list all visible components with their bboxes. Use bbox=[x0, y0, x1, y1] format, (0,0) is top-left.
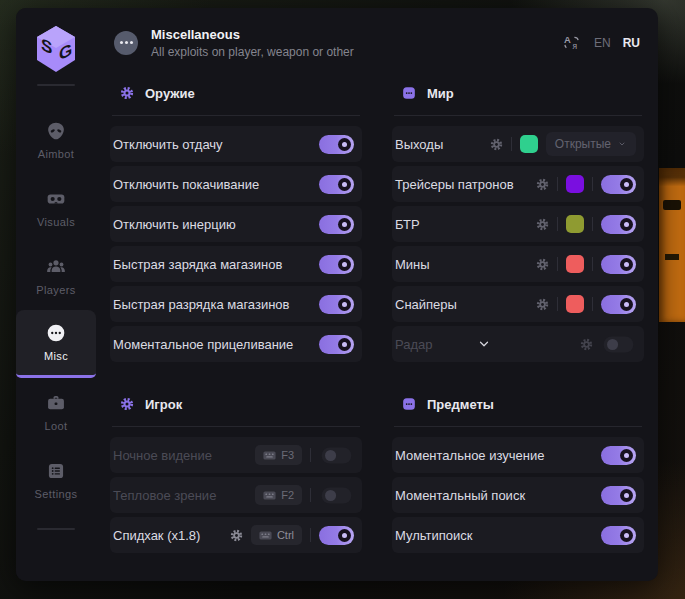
section-items: Предметы Моментальное изучение Моменталь… bbox=[392, 390, 644, 557]
setting-row: Мины bbox=[392, 246, 644, 282]
section-world: Мир Выходы Открытые bbox=[392, 79, 644, 366]
row-label: Снайперы bbox=[395, 297, 457, 312]
chevron-down-icon[interactable] bbox=[476, 338, 492, 350]
app-logo: S G bbox=[33, 8, 79, 90]
divider bbox=[592, 257, 593, 271]
divider bbox=[557, 297, 558, 311]
keybind-row: Ночное видение F3 bbox=[110, 437, 362, 473]
gear-icon[interactable] bbox=[536, 258, 549, 271]
sidebar-item-settings[interactable]: Settings bbox=[16, 446, 96, 514]
gear-icon[interactable] bbox=[230, 529, 243, 542]
players-icon bbox=[46, 257, 66, 277]
sidebar-item-label: Loot bbox=[44, 420, 67, 432]
gear-icon[interactable] bbox=[536, 218, 549, 231]
keybind-badge[interactable]: F2 bbox=[255, 485, 302, 505]
toggle-switch[interactable] bbox=[319, 526, 354, 545]
divider bbox=[310, 528, 311, 542]
row-label: Спидхак (x1.8) bbox=[113, 528, 200, 543]
row-label: Ночное видение bbox=[113, 448, 212, 463]
bubble-icon bbox=[402, 86, 416, 100]
section-title: Игрок bbox=[145, 397, 182, 412]
language-switcher: A я EN RU bbox=[563, 34, 640, 51]
row-label: Моментальное изучение bbox=[395, 448, 544, 463]
ellipsis-icon bbox=[46, 323, 66, 343]
exits-dropdown[interactable]: Открытые bbox=[546, 132, 636, 156]
toggle-switch[interactable] bbox=[601, 215, 636, 234]
toggle-switch[interactable] bbox=[601, 175, 636, 194]
sidebar-item-label: Visuals bbox=[37, 216, 75, 228]
row-label: Отключить инерцию bbox=[113, 217, 236, 232]
gear-icon[interactable] bbox=[536, 178, 549, 191]
toggle-switch[interactable] bbox=[322, 447, 352, 463]
dropdown-value: Открытые bbox=[555, 137, 611, 151]
color-swatch[interactable] bbox=[566, 295, 584, 313]
section-header: Игрок bbox=[110, 390, 362, 418]
divider bbox=[511, 137, 512, 151]
row-label: Отключить отдачу bbox=[113, 137, 223, 152]
sidebar-item-label: Settings bbox=[35, 488, 78, 500]
toggle-switch[interactable] bbox=[601, 526, 636, 545]
misc-page-icon bbox=[114, 31, 138, 55]
chevron-down-icon bbox=[617, 140, 627, 148]
divider bbox=[394, 426, 642, 427]
setting-row: БТР bbox=[392, 206, 644, 242]
briefcase-icon bbox=[46, 393, 66, 413]
toggle-switch[interactable] bbox=[322, 487, 352, 503]
sidebar-item-players[interactable]: Players bbox=[16, 242, 96, 310]
lang-en-button[interactable]: EN bbox=[594, 36, 611, 50]
sidebar-item-loot[interactable]: Loot bbox=[16, 378, 96, 446]
row-label: Быстрая зарядка магазинов bbox=[113, 257, 282, 272]
sidebar-nav: Aimbot Visuals bbox=[16, 106, 96, 514]
section-header: Оружие bbox=[110, 79, 362, 107]
divider bbox=[557, 257, 558, 271]
toggle-row: Быстрая зарядка магазинов bbox=[110, 246, 362, 282]
toggle-switch[interactable] bbox=[601, 446, 636, 465]
setting-row: Выходы Открытые bbox=[392, 126, 644, 162]
divider bbox=[37, 528, 75, 530]
toggle-switch[interactable] bbox=[319, 255, 354, 274]
sidebar-item-misc[interactable]: Misc bbox=[16, 310, 96, 378]
color-swatch[interactable] bbox=[566, 215, 584, 233]
color-swatch[interactable] bbox=[566, 175, 584, 193]
page-title-block: Miscellaneous All exploits on player, we… bbox=[151, 27, 354, 59]
color-swatch[interactable] bbox=[520, 135, 538, 153]
row-label: Моментальное прицеливание bbox=[113, 337, 293, 352]
setting-row: Трейсеры патронов bbox=[392, 166, 644, 202]
color-swatch[interactable] bbox=[566, 255, 584, 273]
sections-grid: Оружие Отключить отдачу Отключить покачи… bbox=[110, 77, 644, 581]
divider bbox=[37, 84, 75, 86]
row-label: Радар bbox=[395, 337, 433, 352]
keybind-badge[interactable]: F3 bbox=[255, 445, 302, 465]
keybind-label: F3 bbox=[281, 449, 294, 461]
divider bbox=[310, 448, 311, 462]
toggle-switch[interactable] bbox=[604, 336, 634, 352]
sidebar-item-visuals[interactable]: Visuals bbox=[16, 174, 96, 242]
svg-text:A: A bbox=[564, 34, 571, 45]
keyboard-icon bbox=[263, 451, 276, 460]
toggle-row: Моментальное изучение bbox=[392, 437, 644, 473]
toggle-switch[interactable] bbox=[601, 486, 636, 505]
page-title: Miscellaneous bbox=[151, 27, 354, 42]
sidebar-item-aimbot[interactable]: Aimbot bbox=[16, 106, 96, 174]
sidebar-item-label: Aimbot bbox=[38, 148, 75, 160]
sidebar-item-label: Misc bbox=[44, 350, 68, 362]
toggle-switch[interactable] bbox=[319, 175, 354, 194]
translate-icon[interactable]: A я bbox=[563, 34, 582, 51]
sidebar: S G Aimbot bbox=[16, 8, 96, 581]
keybind-badge[interactable]: Ctrl bbox=[251, 525, 302, 545]
keyboard-icon bbox=[263, 491, 276, 500]
toggle-switch[interactable] bbox=[319, 295, 354, 314]
toggle-switch[interactable] bbox=[319, 335, 354, 354]
toggle-switch[interactable] bbox=[601, 295, 636, 314]
gear-icon[interactable] bbox=[536, 298, 549, 311]
toggle-switch[interactable] bbox=[319, 215, 354, 234]
gear-icon[interactable] bbox=[490, 138, 503, 151]
gear-icon[interactable] bbox=[580, 338, 593, 351]
toggle-switch[interactable] bbox=[601, 255, 636, 274]
divider bbox=[557, 177, 558, 191]
section-title: Мир bbox=[427, 86, 454, 101]
lang-ru-button[interactable]: RU bbox=[623, 36, 640, 50]
toggle-row: Отключить инерцию bbox=[110, 206, 362, 242]
toggle-row: Моментальное прицеливание bbox=[110, 326, 362, 362]
toggle-switch[interactable] bbox=[319, 135, 354, 154]
